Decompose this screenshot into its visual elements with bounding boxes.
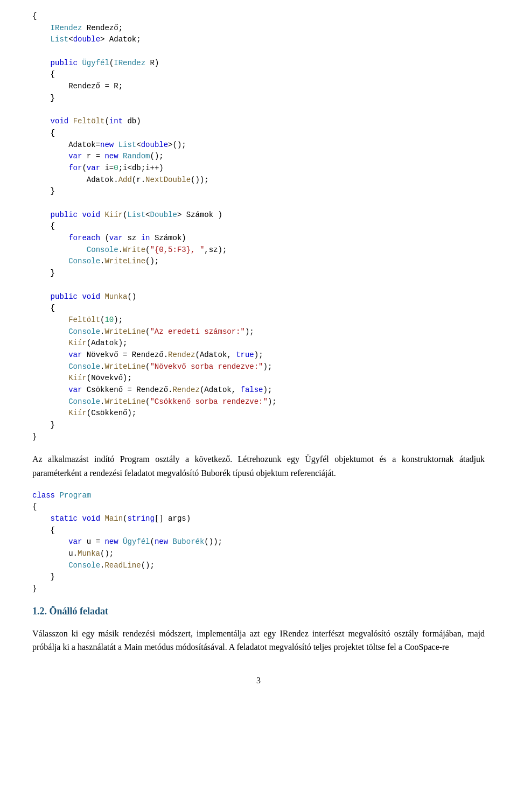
- page-number: 3: [32, 676, 485, 685]
- section-title: Önálló feladat: [50, 606, 109, 617]
- prose-paragraph-1: Az alkalmazást indító Program osztály a …: [32, 452, 485, 480]
- code-block-top: { IRendez Rendező; List<double> Adatok; …: [32, 11, 485, 443]
- section-header: 1.2. Önálló feladat: [32, 606, 485, 617]
- code-block-program: class Program { static void Main(string[…: [32, 490, 485, 595]
- section-number: 1.2.: [32, 606, 47, 617]
- prose-paragraph-2: Válasszon ki egy másik rendezési módszer…: [32, 627, 485, 654]
- page-content: { IRendez Rendező; List<double> Adatok; …: [32, 11, 485, 685]
